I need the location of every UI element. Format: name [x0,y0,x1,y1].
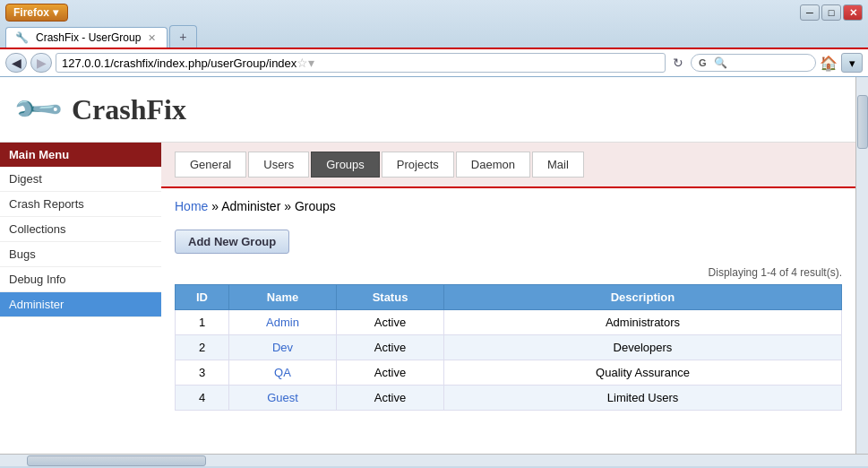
col-header-name: Name [229,285,337,310]
breadcrumb-home[interactable]: Home [175,199,208,213]
close-button[interactable]: ✕ [843,4,863,21]
cell-description: Administrators [444,310,842,335]
active-tab[interactable]: 🔧 CrashFix - UserGroup ✕ [5,27,168,48]
cell-status: Active [337,310,444,335]
addon-button[interactable]: ▾ [841,53,863,73]
main-content: General Users Groups Projects Daemon Mai… [161,143,855,454]
cell-name: QA [229,360,337,386]
address-bar: ◀ ▶ 127.0.0.1/crashfix/index.php/userGro… [0,48,868,76]
add-group-button[interactable]: Add New Group [175,230,289,254]
tab-favicon: 🔧 [15,31,29,44]
breadcrumb-administer: Administer [221,199,280,213]
search-icon: 🔍 [714,56,727,69]
tab-users[interactable]: Users [248,152,309,178]
results-info: Displaying 1-4 of 4 result(s). [175,263,842,284]
breadcrumb-sep2: » [284,199,291,213]
cell-name: Admin [229,310,337,335]
firefox-label: Firefox [13,6,49,19]
col-header-description: Description [444,285,842,310]
tab-bar: 🔧 CrashFix - UserGroup ✕ + [0,25,868,48]
forward-button[interactable]: ▶ [30,53,52,73]
page-content: 🔧 CrashFix Main Menu Digest Crash Report… [0,77,868,454]
sidebar-item-administer[interactable]: Administer [0,292,161,317]
admin-tabs: General Users Groups Projects Daemon Mai… [161,143,855,188]
group-name-link[interactable]: Guest [267,391,298,404]
firefox-dropdown-icon: ▾ [53,6,58,19]
breadcrumb: Home » Administer » Groups [161,188,855,224]
new-tab-button[interactable]: + [169,25,196,48]
cell-id: 3 [176,360,229,386]
group-name-link[interactable]: Admin [266,316,299,329]
vertical-scrollbar[interactable] [855,77,868,454]
url-bar[interactable]: 127.0.0.1/crashfix/index.php/userGroup/i… [56,53,666,73]
table-header-row: ID Name Status Description [176,285,842,310]
tab-groups[interactable]: Groups [311,152,380,178]
cell-id: 2 [176,335,229,360]
cell-status: Active [337,335,444,360]
tab-close-button[interactable]: ✕ [148,32,156,44]
window-controls: ─ □ ✕ [800,4,863,21]
sidebar: Main Menu Digest Crash Reports Collectio… [0,143,161,454]
addon-icon: ▾ [849,56,855,70]
horizontal-scrollbar[interactable] [0,454,868,466]
col-header-id: ID [176,285,229,310]
breadcrumb-current: Groups [295,199,336,213]
google-logo: G [699,57,707,68]
breadcrumb-sep1: » [211,199,219,213]
action-bar: Add New Group [161,224,855,263]
minimize-button[interactable]: ─ [800,4,820,21]
main-area: 🔧 CrashFix Main Menu Digest Crash Report… [0,77,855,454]
url-text: 127.0.0.1/crashfix/index.php/userGroup/i… [62,56,296,70]
table-row: 2 Dev Active Developers [176,335,842,360]
site-header: 🔧 CrashFix [0,77,855,143]
table-row: 4 Guest Active Limited Users [176,386,842,411]
col-header-status: Status [337,285,444,310]
cell-description: Quality Assurance [444,360,842,386]
sidebar-item-bugs[interactable]: Bugs [0,242,161,267]
sidebar-item-collections[interactable]: Collections [0,217,161,242]
cell-name: Guest [229,386,337,411]
maximize-button[interactable]: □ [821,4,841,21]
titlebar: Firefox ▾ ─ □ ✕ [0,0,868,25]
h-scrollbar-thumb[interactable] [27,455,206,466]
tab-title: CrashFix - UserGroup [36,31,141,44]
cell-description: Limited Users [444,386,842,411]
cell-status: Active [337,360,444,386]
home-button[interactable]: 🏠 [820,55,838,72]
tab-projects[interactable]: Projects [382,152,454,178]
reload-button[interactable]: ↻ [669,56,687,70]
tab-general[interactable]: General [175,152,246,178]
sidebar-main-menu: Main Menu [0,143,161,167]
table-row: 3 QA Active Quality Assurance [176,360,842,386]
content-layout: Main Menu Digest Crash Reports Collectio… [0,143,855,454]
table-container: Displaying 1-4 of 4 result(s). ID Name S… [161,263,855,411]
group-name-link[interactable]: Dev [272,341,293,354]
back-button[interactable]: ◀ [5,53,27,73]
cell-description: Developers [444,335,842,360]
groups-table: ID Name Status Description 1 Admin Activ… [175,284,842,411]
bookmark-star: ☆▾ [296,56,314,70]
cell-id: 4 [176,386,229,411]
browser-chrome: Firefox ▾ ─ □ ✕ 🔧 CrashFix - UserGroup ✕… [0,0,868,77]
sidebar-item-crash-reports[interactable]: Crash Reports [0,192,161,217]
group-name-link[interactable]: QA [274,366,291,379]
cell-status: Active [337,386,444,411]
sidebar-item-digest[interactable]: Digest [0,167,161,192]
table-row: 1 Admin Active Administrators [176,310,842,335]
logo-text: CrashFix [72,93,186,126]
cell-id: 1 [176,310,229,335]
logo-wrench-icon: 🔧 [11,82,66,137]
firefox-menu-button[interactable]: Firefox ▾ [5,4,68,22]
sidebar-item-debug-info[interactable]: Debug Info [0,267,161,292]
scrollbar-thumb[interactable] [857,95,868,149]
cell-name: Dev [229,335,337,360]
search-box[interactable]: G 🔍 [691,54,816,72]
tab-mail[interactable]: Mail [532,152,584,178]
tab-daemon[interactable]: Daemon [456,152,530,178]
